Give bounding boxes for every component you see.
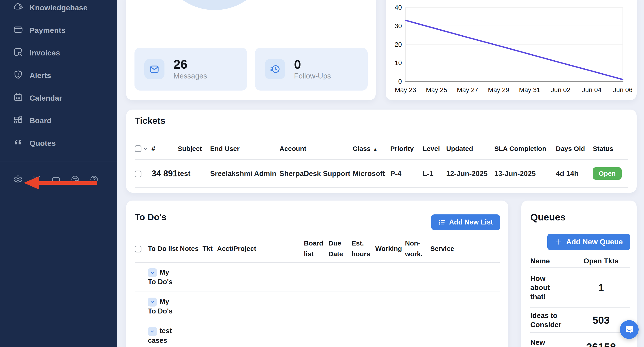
todo-row[interactable]: MyTo Do's (135, 263, 500, 292)
knowledgebase-icon (13, 2, 23, 14)
alerts-icon (13, 69, 23, 82)
ticket-number[interactable]: 34 891 (152, 169, 178, 178)
ticket-subject[interactable]: test (178, 169, 210, 178)
chat-launcher-button[interactable] (620, 320, 639, 339)
todos-title: To Do's (135, 212, 166, 222)
col-class[interactable]: Class▲ (353, 145, 390, 152)
messages-stat-tile[interactable]: 26 Messages (134, 48, 247, 90)
sidebar-item-knowledgebase[interactable]: Knowledgebase (0, 0, 117, 19)
sidebar: Knowledgebase Payments Invoices (0, 0, 117, 347)
todo-list-name: MyTo Do's (148, 297, 180, 316)
settings-gear-icon[interactable] (14, 175, 22, 184)
queues-title: Queues (530, 212, 566, 223)
col-status[interactable]: Status (593, 145, 628, 152)
sidebar-item-board[interactable]: Board (0, 109, 117, 132)
col-end-user[interactable]: End User (210, 145, 280, 152)
todos-rows: MyTo Do's MyTo Do's testcases (135, 262, 500, 347)
col-board-list: Board list (304, 238, 328, 259)
payments-icon (13, 24, 23, 36)
queue-row[interactable]: NewTickets 26158 (530, 332, 630, 347)
svg-text:10: 10 (395, 59, 402, 66)
todos-card: To Do's Add New List To Do list Notes Tk… (126, 201, 508, 347)
svg-text:May 31: May 31 (519, 86, 540, 93)
sidebar-item-alerts[interactable]: Alerts (0, 64, 117, 87)
col-level[interactable]: Level (423, 145, 446, 152)
chat-bubble-icon (624, 325, 634, 334)
sidebar-divider (0, 161, 117, 161)
todo-row[interactable]: MyTo Do's (135, 292, 500, 321)
svg-text:May 25: May 25 (426, 86, 447, 93)
svg-text:May 27: May 27 (457, 86, 478, 93)
plus-icon (555, 238, 562, 246)
expand-chevron-button[interactable] (148, 298, 157, 307)
sidebar-item-label: Payments (30, 26, 66, 35)
ticket-row[interactable]: 34 891 test Sreelakshmi Admin SherpaDesk… (135, 160, 628, 187)
ticket-row-checkbox[interactable] (135, 171, 142, 177)
expand-chevron-button[interactable] (148, 268, 157, 277)
col-due-date: Due Date (328, 238, 352, 259)
sidebar-item-label: Knowledgebase (30, 3, 88, 12)
todos-select-all-checkbox[interactable] (135, 246, 142, 252)
select-all-cell (135, 145, 152, 152)
queues-table-header: Name Open Tkts (530, 254, 630, 268)
board-icon (13, 115, 23, 127)
col-non-work: Non-work. (405, 238, 430, 259)
col-days-old[interactable]: Days Old (556, 145, 593, 152)
ticket-days-old: 4d 14h (556, 169, 593, 178)
globe-icon[interactable] (70, 175, 80, 184)
followups-stat-tile[interactable]: 0 Follow-Ups (255, 48, 368, 90)
col-account[interactable]: Account (280, 145, 353, 152)
ticket-class: Microsoft (353, 169, 390, 178)
col-number[interactable]: # (152, 145, 178, 152)
analytics-icon[interactable] (32, 175, 42, 184)
col-subject[interactable]: Subject (178, 145, 210, 152)
help-icon[interactable] (90, 175, 99, 184)
queue-name: Howaboutthat! (530, 274, 572, 301)
svg-text:Jun 04: Jun 04 (582, 86, 602, 93)
messages-count: 26 (174, 58, 207, 71)
col-service: Service (430, 243, 500, 254)
sidebar-item-label: Quotes (30, 139, 56, 148)
col-priority[interactable]: Priority (390, 145, 423, 152)
col-todo-list: To Do list (148, 243, 180, 254)
sidebar-item-payments[interactable]: Payments (0, 19, 117, 41)
sidebar-item-quotes[interactable]: Quotes (0, 132, 117, 154)
invoices-icon (13, 47, 23, 59)
chevron-down-icon[interactable] (143, 146, 148, 151)
col-working: Working (375, 243, 405, 254)
sidebar-item-label: Alerts (30, 71, 51, 80)
tickets-table-header: # Subject End User Account Class▲ Priori… (135, 140, 628, 158)
col-sla-completion[interactable]: SLA Completion (494, 145, 556, 152)
svg-text:Jun 06: Jun 06 (613, 86, 632, 93)
sidebar-item-label: Board (30, 116, 52, 125)
svg-text:May 23: May 23 (395, 86, 416, 93)
sidebar-item-calendar[interactable]: Calendar (0, 87, 117, 109)
col-acct-project: Acct/Project (217, 243, 304, 254)
divider (135, 187, 628, 188)
col-queue-name: Name (530, 257, 572, 265)
ticket-end-user: Sreelakshmi Admin (210, 169, 280, 178)
col-tkt: Tkt (202, 243, 217, 254)
col-open-tkts: Open Tkts (572, 257, 630, 265)
tickets-title: Tickets (135, 116, 165, 126)
queue-row[interactable]: Howaboutthat! 1 (530, 267, 630, 308)
ticket-updated: 12-Jun-2025 (446, 169, 494, 178)
svg-text:40: 40 (395, 4, 402, 11)
ticket-sla-completion: 13-Jun-2025 (494, 169, 556, 178)
list-icon (438, 219, 446, 226)
expand-chevron-button[interactable] (148, 327, 157, 336)
sidebar-item-invoices[interactable]: Invoices (0, 41, 117, 64)
todo-row[interactable]: testcases (135, 321, 500, 347)
col-updated[interactable]: Updated (446, 145, 494, 152)
add-new-queue-button[interactable]: Add New Queue (547, 234, 630, 250)
divider (135, 159, 628, 160)
add-new-list-button[interactable]: Add New List (431, 214, 500, 230)
display-icon[interactable] (52, 175, 61, 184)
followups-count: 0 (294, 58, 331, 71)
status-badge[interactable]: Open (593, 167, 622, 180)
ticket-priority: P-4 (390, 169, 423, 178)
queue-row[interactable]: Ideas toConsider 503 (530, 308, 630, 332)
svg-text:20: 20 (395, 41, 402, 48)
todo-list-name: MyTo Do's (148, 268, 180, 287)
select-all-checkbox[interactable] (135, 145, 142, 152)
